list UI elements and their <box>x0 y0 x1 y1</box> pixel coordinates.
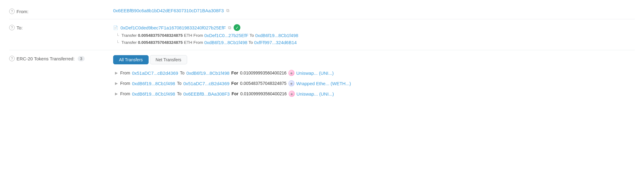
transfer-from-label-2: From <box>193 40 203 45</box>
erc20-from-label-3: From <box>120 91 130 96</box>
erc20-from-addr-3[interactable]: 0xdB6f19...8Cb1f498 <box>132 91 175 97</box>
erc20-amount-1: 0.010099993560400216 <box>240 70 287 75</box>
from-address-row: 0x6EEBfB90c6a8b1bD42dEF6307310cD71BAa308… <box>113 8 635 13</box>
main-container: ? From: 0x6EEBfB90c6a8b1bD42dEF6307310cD… <box>0 0 644 182</box>
erc20-from-label-2: From <box>120 81 130 86</box>
transfer-text-2: Transfer <box>121 40 137 45</box>
erc20-token-name-3[interactable]: Uniswap... (UNI...) <box>297 91 334 97</box>
to-help-icon[interactable]: ? <box>9 25 15 30</box>
tab-net-transfers[interactable]: Net Transfers <box>150 55 187 64</box>
erc20-from-addr-1[interactable]: 0x51aDC7...cB2d4369 <box>132 70 178 76</box>
erc20-for-2: For <box>231 81 238 86</box>
tab-all-transfers[interactable]: All Transfers <box>113 55 149 64</box>
erc20-to-label-3: To <box>177 91 182 96</box>
erc20-label-col: ? ERC-20 Tokens Transferred: 3 <box>9 55 113 61</box>
transfer-arrow-2: ▶ <box>115 81 118 85</box>
transfer-arrow-3: ▶ <box>115 92 118 96</box>
from-label: From: <box>17 9 28 14</box>
to-copy-icon[interactable]: ⧉ <box>228 25 231 30</box>
erc20-to-label-1: To <box>180 70 185 75</box>
to-transfer-line-1: └ Transfer 0.005483757048324875 ETH From… <box>116 33 635 38</box>
corner-arrow-2: └ <box>116 40 119 45</box>
erc20-count-badge: 3 <box>78 56 85 61</box>
transfer-unit-2: ETH <box>184 40 192 45</box>
transfer-text-1: Transfer <box>121 33 137 38</box>
contract-icon: 📄 <box>113 25 118 30</box>
to-label: To: <box>17 25 23 30</box>
erc20-amount-2: 0.005483757048324875 <box>240 81 287 86</box>
erc20-transfer-2: ▶ From 0xdB6f19...8Cb1f498 To 0x51aDC7..… <box>115 79 635 88</box>
to-content: 📄 0xDef1C0ded9bec7F1a1670819833240f027b2… <box>113 24 635 45</box>
transfer-arrow-1: ▶ <box>115 71 118 75</box>
from-help-icon[interactable]: ? <box>9 9 15 14</box>
erc20-token-name-1[interactable]: Uniswap... (UNI...) <box>296 70 334 76</box>
erc20-token-name-2[interactable]: Wrapped Ethe... (WETH...) <box>296 81 351 86</box>
erc20-amount-3: 0.010099993560400216 <box>240 91 287 96</box>
transfer-amount-2: 0.005483757048324875 <box>138 40 183 45</box>
corner-arrow-1: └ <box>116 33 119 38</box>
transfer-to-addr-2[interactable]: 0xfFf997...324d6B14 <box>254 40 297 45</box>
transfer-to-addr-1[interactable]: 0xdB6f19...8Cb1f498 <box>255 33 298 38</box>
erc20-to-addr-3[interactable]: 0x6EEBfB...BAa308F3 <box>183 91 230 97</box>
from-address-link[interactable]: 0x6EEBfB90c6a8b1bD42dEF6307310cD71BAa308… <box>113 8 224 13</box>
verified-icon: ✓ <box>234 24 240 31</box>
to-transfer-line-2: └ Transfer 0.005483757048324875 ETH From… <box>116 40 635 45</box>
weth-token-icon-2: ◈ <box>288 80 294 86</box>
from-content: 0x6EEBfB90c6a8b1bD42dEF6307310cD71BAa308… <box>113 8 635 13</box>
erc20-transfer-3: ▶ From 0xdB6f19...8Cb1f498 To 0x6EEBfB..… <box>115 89 635 98</box>
erc20-for-3: For <box>231 91 239 96</box>
erc20-label: ERC-20 Tokens Transferred: <box>17 56 75 61</box>
transfer-from-addr-1[interactable]: 0xDef1C0...27b25EfF <box>204 33 248 38</box>
uniswap-token-icon-3: ◈ <box>289 91 295 97</box>
from-row: ? From: 0x6EEBfB90c6a8b1bD42dEF6307310cD… <box>9 3 635 19</box>
to-label-col: ? To: <box>9 24 113 30</box>
uniswap-token-icon-1: ◈ <box>288 70 294 76</box>
transfer-to-label-1: To <box>250 33 254 38</box>
erc20-to-label-2: To <box>177 81 182 86</box>
erc20-to-addr-1[interactable]: 0xdB6f19...8Cb1f498 <box>186 70 229 76</box>
erc20-content: All Transfers Net Transfers ▶ From 0x51a… <box>113 55 635 98</box>
transfer-to-label-2: To <box>249 40 253 45</box>
erc20-row: ? ERC-20 Tokens Transferred: 3 All Trans… <box>9 50 635 103</box>
erc20-help-icon[interactable]: ? <box>9 56 15 61</box>
from-copy-icon[interactable]: ⧉ <box>226 8 229 13</box>
erc20-from-addr-2[interactable]: 0xdB6f19...8Cb1f498 <box>132 81 175 86</box>
transfer-unit-1: ETH <box>184 33 192 38</box>
to-address-link[interactable]: 0xDef1C0ded9bec7F1a1670819833240f027b25E… <box>120 25 226 30</box>
transfer-from-addr-2[interactable]: 0xdB6f19...8Cb1f498 <box>204 40 247 45</box>
from-label-col: ? From: <box>9 8 113 14</box>
to-address-row: 📄 0xDef1C0ded9bec7F1a1670819833240f027b2… <box>113 24 635 31</box>
erc20-to-addr-2[interactable]: 0x51aDC7...cB2d4369 <box>183 81 229 86</box>
erc20-for-1: For <box>231 70 238 75</box>
to-row: ? To: 📄 0xDef1C0ded9bec7F1a1670819833240… <box>9 19 635 50</box>
tab-group: All Transfers Net Transfers <box>113 55 635 64</box>
transfer-from-label-1: From <box>193 33 203 38</box>
erc20-from-label-1: From <box>120 70 130 75</box>
erc20-transfer-1: ▶ From 0x51aDC7...cB2d4369 To 0xdB6f19..… <box>115 69 635 77</box>
transfer-amount-1: 0.005483757048324875 <box>138 33 183 38</box>
